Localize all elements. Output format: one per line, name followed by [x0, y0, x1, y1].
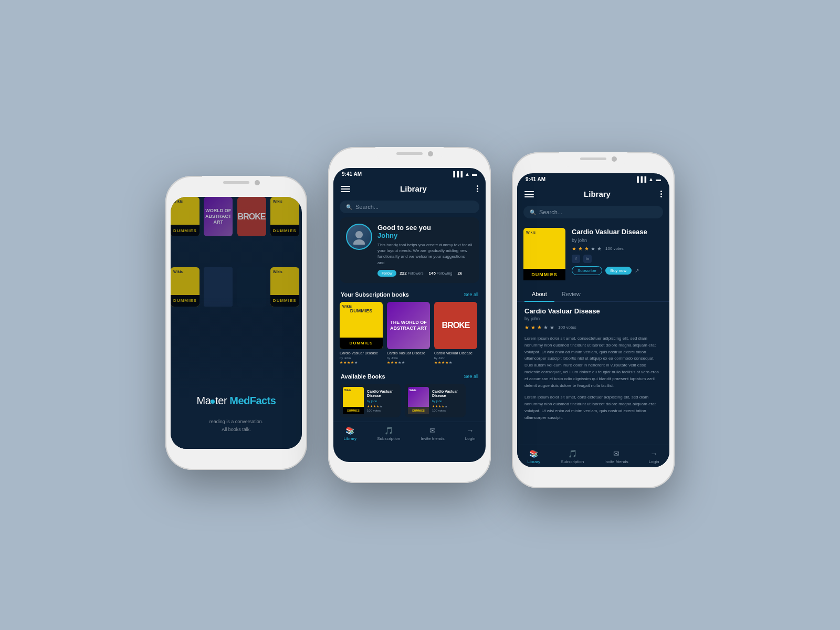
gradient-overlay	[171, 197, 302, 449]
signal-icon: ▐▐▐	[452, 171, 463, 177]
sub-book-title-3: Cardio Vasluar Disease	[434, 351, 477, 355]
about-title: Cardio Vasluar Disease	[524, 307, 662, 315]
avail-book-votes-2: 100 votes	[432, 409, 463, 412]
dot-3	[477, 191, 478, 192]
available-see-all[interactable]: See all	[464, 374, 478, 379]
tab-about[interactable]: About	[524, 287, 554, 301]
nav-subscription-label: Subscription	[377, 436, 400, 441]
avail-book-info-1: Cardio Vasluar Disease by john ★ ★ ★ ★ ★…	[367, 390, 397, 412]
speaker	[223, 181, 249, 184]
subscription-see-all[interactable]: See all	[464, 292, 478, 297]
avail-book-title-1: Cardio Vasluar Disease	[367, 390, 397, 398]
speaker	[580, 158, 606, 160]
dot-1	[477, 185, 478, 187]
about-paragraph-1: Lorem ipsum dolor sit amet, consectetuer…	[524, 335, 662, 389]
status-bar-detail: 9:41 AM ▐▐▐ ▲ ▬	[517, 173, 669, 185]
profile-info: Good to see you Johny This handy tool he…	[377, 224, 473, 277]
detail-nav-library-label: Library	[528, 459, 540, 464]
avail-book-2[interactable]: Wikis DUMMIES Cardio Vasluar Disease by …	[405, 384, 466, 417]
status-time: 9:41 AM	[342, 171, 362, 177]
avatar-image	[351, 229, 367, 245]
nav-login[interactable]: → Login	[465, 426, 476, 441]
sub-book-cover-1: Wikis DUMMIES DUMMIES	[340, 302, 383, 349]
more-options-button[interactable]	[477, 185, 478, 192]
library-screen: 9:41 AM ▐▐▐ ▲ ▬ Library	[333, 168, 486, 462]
nav-library[interactable]: 📚 Library	[344, 426, 356, 441]
available-books-row: Wikis DUMMIES Cardio Vasluar Disease by …	[333, 382, 486, 422]
sub-book-2[interactable]: THE WORLD OF ABSTRACT ART Cardio Vasluar…	[387, 302, 430, 365]
avail-book-title-2: Cardio Vasluar Disease	[432, 390, 463, 398]
hamburger-icon[interactable]	[341, 186, 350, 192]
book-detail-title: Cardio Vasluar Disease	[572, 228, 663, 236]
avail-book-cover-2: Wikis DUMMIES	[408, 387, 429, 414]
status-icons-detail: ▐▐▐ ▲ ▬	[635, 176, 661, 182]
splash-background: Wikis DUMMIES WORLD OF ABSTRACT ART BROK…	[171, 197, 302, 449]
avail-book-stars-1: ★ ★ ★ ★ ★	[367, 404, 397, 408]
detail-nav-login[interactable]: → Login	[649, 449, 659, 464]
hamburger-line-1	[341, 186, 350, 187]
logo-dot	[211, 400, 215, 404]
detail-search-bar[interactable]: 🔍 Search...	[523, 206, 663, 218]
available-title: Available Books	[341, 373, 385, 380]
sub-book-title-2: Cardio Vasluar Disease	[387, 351, 430, 355]
detail-hamburger-line-1	[524, 191, 534, 192]
search-bar[interactable]: 🔍 Search...	[340, 201, 479, 213]
tab-review[interactable]: Review	[554, 287, 588, 301]
detail-header-title: Library	[584, 190, 611, 198]
detail-nav-library[interactable]: 📚 Library	[528, 449, 540, 464]
avail-book-1[interactable]: Wikis DUMMIES Cardio Vasluar Disease by …	[340, 384, 401, 417]
splash-screen: Wikis DUMMIES WORLD OF ABSTRACT ART BROK…	[171, 197, 302, 449]
avail-book-info-2: Cardio Vasluar Disease by john ★ ★ ★ ★ ★…	[432, 390, 463, 412]
profile-greeting: Good to see you	[377, 224, 473, 232]
header-title: Library	[400, 184, 427, 193]
detail-nav-login-label: Login	[649, 459, 659, 464]
subscription-icon: 🎵	[384, 426, 393, 435]
sub-book-cover-2: THE WORLD OF ABSTRACT ART	[387, 302, 430, 349]
detail-nav-subscription[interactable]: 🎵 Subscription	[561, 449, 584, 464]
detail-hamburger-line-2	[524, 194, 534, 195]
book-detail-hero: Wikis DUMMIES Cardio Vasluar Disease by …	[517, 222, 669, 287]
sub-book-cover-3: BROKE	[434, 302, 477, 349]
follow-button[interactable]: Follow	[377, 270, 396, 277]
splash-tagline: reading is a conversation. All books tal…	[171, 418, 302, 433]
book-detail-info: Cardio Vasluar Disease by john ★ ★ ★ ★ ★…	[572, 228, 663, 275]
avail-book-author-2: by john	[432, 400, 463, 403]
sub-book-author-2: by John	[387, 356, 430, 360]
book-detail-stars: ★ ★ ★ ★ ★ 100 votes	[572, 246, 663, 251]
battery-icon: ▬	[472, 171, 477, 177]
nav-login-label: Login	[465, 436, 476, 441]
detail-more-options-button[interactable]	[660, 191, 662, 197]
nav-invite[interactable]: ✉ Invite friends	[421, 426, 444, 441]
subscribe-button[interactable]: Subscribe	[572, 266, 602, 275]
sub-book-author-1: by John	[340, 356, 383, 360]
nav-library-label: Library	[344, 436, 356, 441]
camera	[255, 180, 260, 185]
detail-library-icon: 📚	[529, 449, 538, 458]
detail-nav-invite-label: Invite friends	[604, 459, 628, 464]
about-paragraph-2: Lorem ipsum dolor sit amet, cons ectetue…	[524, 394, 662, 421]
hamburger-line-3	[341, 191, 350, 192]
profile-stats: 222 Followers 145 Following 2k	[400, 271, 462, 276]
nav-subscription[interactable]: 🎵 Subscription	[377, 426, 400, 441]
sub-book-3[interactable]: BROKE Cardio Vasluar Disease by John ★ ★…	[434, 302, 477, 365]
invite-icon: ✉	[429, 426, 436, 435]
detail-nav-invite[interactable]: ✉ Invite friends	[604, 449, 628, 464]
share-icon[interactable]: ↗	[635, 268, 639, 274]
buy-button[interactable]: Buy now	[605, 267, 632, 275]
notch	[559, 152, 627, 167]
twitter-icon[interactable]: in	[583, 255, 592, 263]
detail-search-placeholder: Search...	[539, 209, 562, 215]
tagline-line1: reading is a conversation.	[171, 418, 302, 425]
followers-stat: 222 Followers	[400, 271, 423, 276]
status-bar: 9:41 AM ▐▐▐ ▲ ▬	[333, 168, 486, 180]
avail-book-votes-1: 100 votes	[367, 409, 397, 412]
search-icon: 🔍	[346, 204, 352, 210]
available-header: Available Books See all	[333, 369, 486, 382]
sub-book-stars-2: ★ ★ ★ ★ ★	[387, 361, 430, 365]
wifi-icon-detail: ▲	[648, 176, 654, 182]
sub-book-1[interactable]: Wikis DUMMIES DUMMIES Cardio Vasluar Dis…	[340, 302, 383, 365]
detail-app-header: Library	[517, 185, 669, 203]
camera	[612, 156, 617, 162]
detail-hamburger-icon[interactable]	[524, 191, 534, 197]
facebook-icon[interactable]: f	[572, 255, 580, 263]
